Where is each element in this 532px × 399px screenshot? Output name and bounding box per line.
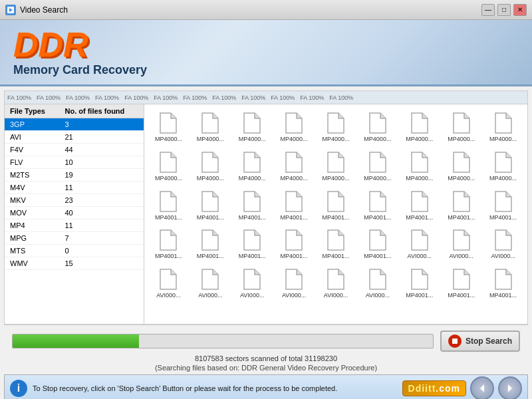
file-item[interactable]: MP4001... [274, 225, 315, 263]
file-item[interactable]: AVI000... [274, 265, 315, 303]
file-item-icon [285, 268, 303, 291]
progress-text: 8107583 sectors scanned of total 3119823… [12, 354, 520, 362]
file-item[interactable]: AVI000... [483, 225, 523, 263]
file-item[interactable]: MP4000... [274, 148, 315, 186]
minimize-button[interactable]: — [481, 4, 495, 16]
file-item-label: MP4001... [489, 292, 517, 299]
file-type-count: 21 [59, 131, 144, 144]
file-item[interactable]: MP4001... [148, 187, 189, 225]
file-type-row[interactable]: AVI21 [5, 131, 144, 144]
file-item[interactable]: MP4001... [190, 225, 231, 263]
file-item[interactable]: MP4001... [316, 225, 356, 263]
file-item[interactable]: MP4000... [148, 108, 189, 146]
file-item[interactable]: AVI000... [441, 225, 481, 263]
file-item[interactable]: AVI000... [316, 265, 356, 303]
file-item[interactable]: MP4001... [357, 187, 398, 225]
file-item[interactable]: MP4001... [190, 187, 231, 225]
file-type-row[interactable]: MTS0 [5, 245, 144, 257]
file-item[interactable]: MP4000... [232, 148, 273, 186]
file-grid-panel[interactable]: MP4000...MP4000...MP4000...MP4000...MP40… [144, 104, 527, 324]
file-type-row[interactable]: M2TS19 [5, 169, 144, 182]
file-item[interactable]: MP4001... [441, 187, 481, 225]
file-type-name: MPG [5, 232, 59, 245]
file-item-icon [452, 112, 471, 134]
file-item[interactable]: MP4000... [483, 108, 523, 146]
file-type-count: 7 [59, 232, 144, 245]
file-item[interactable]: MP4001... [399, 187, 440, 225]
file-item[interactable]: AVI000... [399, 225, 440, 263]
file-type-name: MP4 [5, 219, 59, 232]
file-item-icon [159, 112, 178, 134]
file-item[interactable]: MP4000... [190, 148, 231, 186]
ddr-logo: DDR [13, 27, 88, 62]
file-item[interactable]: MP4001... [316, 187, 356, 225]
file-item-icon [243, 229, 261, 251]
file-item-label: MP4001... [197, 253, 224, 260]
file-type-row[interactable]: MKV23 [5, 194, 144, 207]
file-item[interactable]: AVI000... [190, 265, 231, 303]
file-item[interactable]: MP4001... [232, 225, 273, 263]
file-type-row[interactable]: MPG7 [5, 232, 144, 245]
file-type-row[interactable]: F4V44 [5, 144, 144, 156]
maximize-button[interactable]: □ [497, 4, 511, 16]
back-button[interactable] [470, 376, 494, 399]
file-item-icon [327, 190, 345, 213]
file-type-name: M4V [5, 182, 59, 194]
stop-icon-inner [452, 338, 458, 344]
file-item[interactable]: MP4001... [357, 225, 398, 263]
file-type-row[interactable]: WMV15 [5, 257, 144, 270]
file-item-label: MP4001... [155, 253, 182, 260]
stop-icon [448, 334, 462, 348]
file-item-label: MP4001... [364, 214, 391, 221]
close-button[interactable]: ✕ [513, 4, 527, 16]
title-bar-controls: — □ ✕ [481, 4, 527, 16]
file-item[interactable]: MP4000... [316, 108, 356, 146]
file-item[interactable]: MP4001... [483, 265, 523, 303]
app-icon [5, 5, 16, 15]
file-item[interactable]: MP4000... [148, 148, 189, 186]
file-item-label: MP4001... [489, 214, 517, 221]
file-item-label: MP4000... [364, 136, 391, 143]
file-item[interactable]: MP4001... [148, 225, 189, 263]
file-item[interactable]: AVI000... [148, 265, 189, 303]
file-item[interactable]: AVI000... [232, 265, 273, 303]
file-item[interactable]: MP4001... [274, 187, 315, 225]
stop-search-button[interactable]: Stop Search [440, 331, 520, 352]
file-item[interactable]: AVI000... [357, 265, 398, 303]
file-type-row[interactable]: 3GP3 [5, 118, 144, 131]
title-bar: Video Search — □ ✕ [0, 0, 532, 20]
file-item-label: MP4001... [322, 253, 349, 260]
file-item[interactable]: MP4000... [190, 108, 231, 146]
file-item[interactable]: MP4000... [357, 148, 398, 186]
forward-button[interactable] [498, 376, 522, 399]
file-type-name: FLV [5, 156, 59, 169]
file-item[interactable]: MP4000... [232, 108, 273, 146]
file-type-row[interactable]: FLV10 [5, 156, 144, 169]
file-item[interactable]: MP4000... [316, 148, 356, 186]
file-type-row[interactable]: MOV40 [5, 207, 144, 219]
file-item-icon [285, 112, 303, 134]
file-item-icon [159, 229, 178, 251]
file-type-name: 3GP [5, 118, 59, 131]
app-header: DDR Memory Card Recovery [0, 20, 532, 86]
title-bar-left: Video Search [5, 5, 68, 15]
file-item[interactable]: MP4000... [399, 108, 440, 146]
file-item[interactable]: MP4001... [232, 187, 273, 225]
file-item[interactable]: MP4001... [399, 265, 440, 303]
file-type-count: 23 [59, 194, 144, 207]
file-type-row[interactable]: MP411 [5, 219, 144, 232]
file-item[interactable]: MP4000... [399, 148, 440, 186]
file-item[interactable]: MP4000... [483, 148, 523, 186]
file-item[interactable]: MP4001... [441, 265, 481, 303]
file-item[interactable]: MP4000... [274, 108, 315, 146]
file-item-icon [201, 229, 219, 251]
file-item-label: MP4000... [197, 136, 224, 143]
logo-area: DDR Memory Card Recovery [13, 27, 147, 77]
file-item[interactable]: MP4000... [441, 148, 481, 186]
file-item-label: AVI000... [449, 253, 473, 260]
file-type-row[interactable]: M4V11 [5, 182, 144, 194]
file-item[interactable]: MP4000... [357, 108, 398, 146]
file-item[interactable]: MP4000... [441, 108, 481, 146]
file-item[interactable]: MP4001... [483, 187, 523, 225]
file-item-icon [243, 112, 261, 134]
